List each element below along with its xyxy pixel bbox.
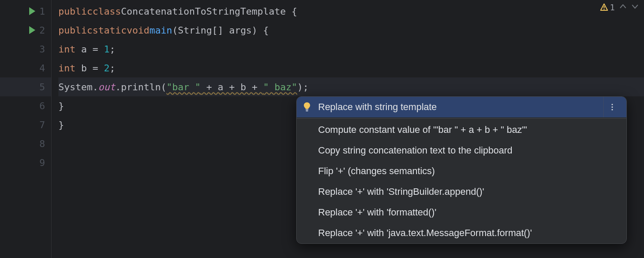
line-number: 7 (34, 120, 45, 130)
intention-action-item[interactable]: Replace with string template (297, 97, 626, 117)
more-options-icon[interactable] (603, 97, 620, 117)
line-number: 9 (34, 157, 45, 168)
gutter-row[interactable]: 1 (0, 2, 51, 21)
line-number: 6 (34, 101, 45, 111)
intention-actions-popup: Replace with string template Compute con… (296, 96, 627, 244)
gutter-row[interactable]: 9 (0, 153, 51, 172)
svg-point-8 (611, 109, 613, 110)
code-editor: 1 2 3 4 5 6 7 8 9 public c (0, 0, 644, 258)
line-number: 4 (34, 63, 45, 74)
intention-action-label: Replace with string template (318, 101, 437, 113)
prev-highlight-icon[interactable] (619, 3, 627, 12)
svg-rect-5 (306, 111, 308, 111)
gutter-row[interactable]: 4 (0, 58, 51, 77)
gutter-row[interactable]: 3 (0, 40, 51, 58)
line-number: 1 (34, 6, 45, 17)
code-line[interactable]: int b = 2; (58, 58, 644, 77)
line-number: 2 (34, 25, 45, 36)
svg-rect-2 (604, 6, 605, 8)
intention-action-item[interactable]: Compute constant value of '"bar " + a + … (297, 120, 626, 140)
intention-action-label: Replace '+' with 'java.text.MessageForma… (318, 227, 532, 239)
svg-point-6 (611, 104, 613, 105)
next-highlight-icon[interactable] (631, 3, 639, 12)
run-icon[interactable] (29, 7, 35, 15)
gutter-row[interactable]: 5 (0, 77, 51, 96)
gutter-row[interactable]: 7 (0, 115, 51, 134)
intention-action-item[interactable]: Replace '+' with 'java.text.MessageForma… (297, 223, 626, 243)
intention-action-label: Flip '+' (changes semantics) (318, 166, 435, 177)
line-number: 8 (34, 138, 45, 149)
run-icon[interactable] (29, 26, 35, 34)
code-line[interactable]: int a = 1; (58, 40, 644, 58)
line-number: 3 (34, 44, 45, 55)
intention-action-label: Replace '+' with 'formatted()' (318, 207, 436, 218)
gutter-row[interactable]: 2 (0, 21, 51, 40)
gutter-row[interactable]: 6 (0, 96, 51, 115)
intention-action-label: Compute constant value of '"bar " + a + … (318, 124, 527, 135)
code-line[interactable]: public static void main(String[] args) { (58, 21, 644, 40)
warning-indicator[interactable]: 1 (600, 3, 615, 12)
line-number: 5 (34, 82, 45, 92)
svg-rect-3 (604, 9, 605, 10)
intention-action-item[interactable]: Replace '+' with 'StringBuilder.append()… (297, 181, 626, 202)
code-line[interactable]: System.out.println("bar " + a + b + " ba… (58, 77, 644, 96)
gutter: 1 2 3 4 5 6 7 8 9 (0, 0, 52, 258)
intention-action-item[interactable]: Copy string concatenation text to the cl… (297, 140, 626, 161)
intention-action-label: Copy string concatenation text to the cl… (318, 145, 513, 156)
separator (297, 118, 626, 119)
svg-rect-4 (306, 109, 308, 110)
lightbulb-icon (303, 102, 311, 112)
gutter-row[interactable]: 8 (0, 134, 51, 153)
warning-count: 1 (610, 3, 615, 12)
inspection-widget[interactable]: 1 (600, 3, 639, 12)
intention-action-item[interactable]: Flip '+' (changes semantics) (297, 161, 626, 181)
svg-point-7 (611, 106, 613, 108)
code-line[interactable]: public class ConcatenationToStringTempla… (58, 2, 644, 21)
intention-action-item[interactable]: Replace '+' with 'formatted()' (297, 202, 626, 223)
intention-action-label: Replace '+' with 'StringBuilder.append()… (318, 186, 484, 197)
